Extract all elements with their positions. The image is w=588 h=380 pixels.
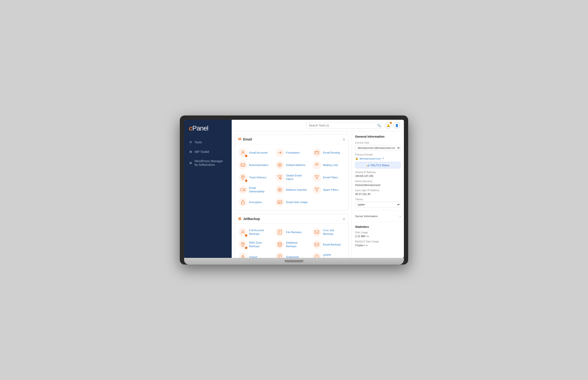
svg-point-16 [278,243,282,244]
svg-point-20 [315,255,319,258]
email-accounts-badge [245,154,248,157]
tool-full-account-backups[interactable]: Full Account Backups [236,226,273,238]
tool-mailing-lists[interactable]: Mailing Lists [310,159,347,171]
tool-file-backups[interactable]: File Backups [273,226,310,238]
cron-job-backups-icon [312,228,321,236]
disk-usage-value: 2.21 MB / ∞ [355,235,400,238]
track-delivery-icon [239,173,247,182]
jetbackup-section-toggle[interactable]: ∧ [343,217,345,221]
default-address-label: Default Address [286,163,305,167]
sidebar-nav: ✕ Tools ⊕ WP Toolkit ⊕ WordPress Manager… [184,138,232,170]
svg-rect-19 [278,255,282,258]
tool-global-email-filters[interactable]: Global Email Filters [273,171,310,184]
email-section-icon: ✉ [238,137,241,141]
email-section-toggle[interactable]: ∧ [343,137,345,141]
tool-email-routing[interactable]: Email Routing [310,146,347,159]
laptop-screen: cPanel ✕ Tools ⊕ WP Toolkit ⊕ WordPress … [184,120,404,258]
tool-address-importer[interactable]: Address Importer [273,184,310,196]
sidebar-item-wp-manager-label: WordPress Manager by Softaculous [195,159,226,166]
primary-domain-label: Primary Domain [355,153,400,156]
sidebar-item-tools[interactable]: ✕ Tools [187,138,229,146]
current-user-select[interactable]: demoaccount (demoaccount.com) [355,145,400,151]
tool-snapshots[interactable]: Snapshots [273,251,310,258]
email-accounts-label: Email Accounts [249,151,268,154]
jetbackup-tools-grid: Full Account Backups File Backups [235,224,348,258]
tool-email-disk-usage[interactable]: Email Disk Usage [273,196,310,208]
email-filters-label: Email Filters [323,176,338,179]
database-backups-icon [276,240,284,249]
general-info-title: General Information [355,135,400,138]
email-deliverability-icon [239,186,247,194]
tool-forwarders[interactable]: Forwarders [273,146,310,159]
svg-rect-13 [278,230,282,234]
home-dir-label: Home Directory [355,180,400,183]
global-email-filters-label: Global Email Filters [286,174,308,181]
email-accounts-icon [239,148,247,157]
user-menu-button[interactable]: 👤 [393,122,400,129]
search-button[interactable]: 🔍 [377,124,381,127]
tool-encryption[interactable]: Encryption [236,196,273,208]
sidebar-item-wp-toolkit[interactable]: ⊕ WP Toolkit [187,147,229,156]
shared-ip-value: 159.69.137.235 [355,174,400,177]
main-content: 🔍 🔔 👤 [232,120,404,258]
cron-job-backups-label: Cron Job Backups [323,228,345,236]
dns-zone-backups-icon [239,240,247,249]
email-backups-icon [312,240,321,249]
tool-dns-zone-backups[interactable]: DNS Zone Backups [236,238,273,251]
email-section-header: ✉ Email ∧ [235,134,348,144]
tool-cron-job-backups[interactable]: Cron Job Backups [310,226,347,238]
current-user-label: Current User [355,141,400,144]
last-login-value: 49.37.151.45 [355,193,400,195]
svg-point-3 [278,163,282,167]
sidebar-logo: cPanel [184,125,232,138]
tool-database-backups[interactable]: Database Backups [273,238,310,251]
search-input[interactable] [306,122,382,129]
tool-gdpr-compliance[interactable]: GDPR Compliance [310,251,347,258]
email-tools-grid: Email Accounts Forwarders [235,144,348,211]
home-dir-value: /home2/demoaccount [355,184,400,187]
email-backups-label: Email Backups [323,243,341,247]
tool-email-backups[interactable]: Email Backups [310,238,347,251]
notifications-button[interactable]: 🔔 [385,122,392,129]
email-routing-label: Email Routing [323,151,340,154]
search-wrap: 🔍 [306,122,382,129]
address-importer-icon [276,186,284,194]
autoresponders-label: Autoresponders [249,163,268,167]
theme-label: Theme [355,198,400,201]
tool-spam-filters[interactable]: Spam Filters [310,184,347,196]
header: 🔍 🔔 👤 [232,120,404,132]
gdpr-compliance-label: GDPR Compliance [323,253,345,258]
wp-manager-icon: ⊕ [189,161,192,165]
file-backups-icon [276,228,284,236]
svg-rect-7 [241,189,244,191]
tool-email-accounts[interactable]: Email Accounts [236,146,273,159]
tool-email-filters[interactable]: Email Filters [310,171,347,184]
forwarders-icon [276,148,284,157]
mailing-lists-label: Mailing Lists [323,163,338,167]
chevron-right-icon: › [400,215,400,218]
tool-track-delivery[interactable]: Track Delivery [236,171,273,184]
tool-default-address[interactable]: Default Address [273,159,310,171]
forwarders-label: Forwarders [286,151,300,154]
default-address-icon [276,161,284,169]
header-icons: 🔔 👤 [385,122,400,129]
sidebar-item-tools-label: Tools [195,140,202,144]
tool-autoresponders[interactable]: Autoresponders [236,159,273,171]
address-importer-label: Address Importer [286,188,307,192]
email-disk-usage-icon [276,198,284,207]
dns-zone-backups-badge [245,247,248,249]
primary-domain-value[interactable]: 🔒 demoaccount.com ↗ [355,157,400,160]
server-info-row[interactable]: Server Information › [355,213,400,219]
tool-email-deliverability[interactable]: Email Deliverability [236,184,273,196]
jetbackup-section-title: ⊞ JetBackup [238,216,260,221]
statistics-section: Statistics Disk Usage 2.21 MB / ∞ MySQL®… [355,225,400,247]
theme-select[interactable]: jupiter [355,202,400,207]
svg-point-0 [242,151,243,153]
tool-queue[interactable]: Queue [236,251,273,258]
svg-point-9 [279,189,281,190]
queue-icon [239,253,247,258]
sidebar-item-wp-manager[interactable]: ⊕ WordPress Manager by Softaculous [187,157,229,169]
lock-icon: 🔒 [355,157,359,160]
external-link-icon: ↗ [382,157,384,160]
ssl-tls-status-button[interactable]: 📊 SSL/TLS Status [355,162,400,168]
